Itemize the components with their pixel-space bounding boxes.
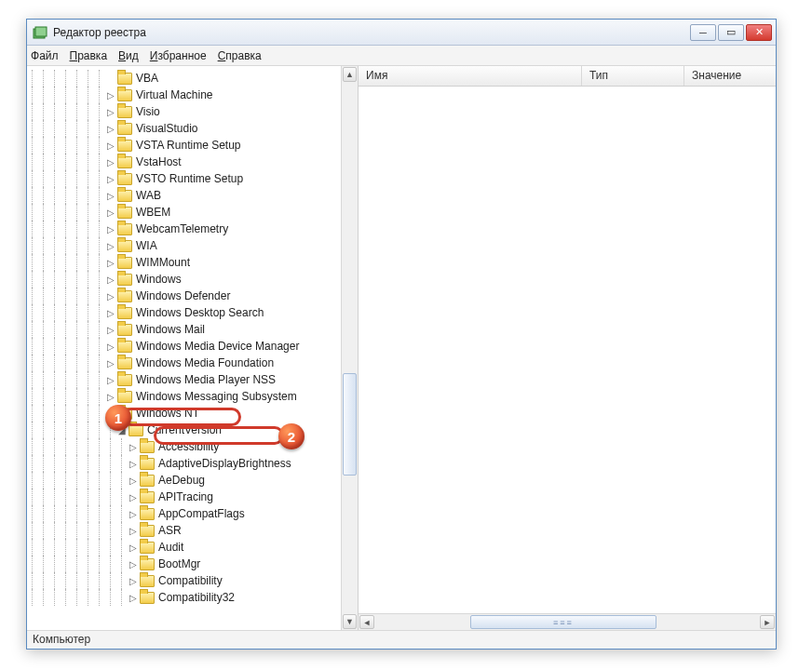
scroll-left-button[interactable]: ◄	[359, 615, 374, 629]
folder-icon	[117, 408, 132, 420]
tree-item-windows-nt[interactable]: ◢Windows NT	[27, 405, 341, 422]
minimize-button[interactable]: ─	[690, 24, 716, 41]
tree-item-label: Audit	[158, 541, 183, 554]
expand-icon[interactable]: ▷	[128, 476, 138, 486]
tree-item[interactable]: ▷VSTO Runtime Setup	[27, 170, 341, 187]
tree-item[interactable]: ▷WebcamTelemetry	[27, 221, 341, 237]
tree-item[interactable]: ▷APITracing	[27, 489, 341, 505]
expand-icon[interactable]: ▷	[105, 358, 115, 368]
expand-icon[interactable]: ▷	[128, 442, 138, 452]
expand-icon[interactable]: ▷	[105, 275, 115, 285]
expand-icon[interactable]: ▷	[105, 224, 115, 234]
tree-item[interactable]: ▷AppCompatFlags	[27, 505, 341, 522]
tree-item[interactable]: ▷Accessibility	[27, 438, 341, 455]
expand-icon[interactable]: ▷	[105, 107, 115, 117]
tree-item-label: Windows Defender	[136, 289, 230, 302]
tree-item[interactable]: ▷Compatibility	[27, 572, 341, 589]
folder-icon	[117, 223, 132, 235]
expand-icon[interactable]: ▷	[128, 492, 138, 502]
tree-item[interactable]: ▷BootMgr	[27, 556, 341, 572]
expand-icon[interactable]: ▷	[128, 526, 138, 536]
expand-icon[interactable]: ▷	[105, 191, 115, 201]
menu-file[interactable]: Файл	[31, 49, 59, 62]
tree-vertical-scrollbar[interactable]: ▲ ▼	[341, 66, 358, 630]
tree-item[interactable]: ▷Windows Desktop Search	[27, 304, 341, 321]
expand-icon[interactable]: ▷	[128, 559, 138, 570]
column-name[interactable]: Имя	[359, 66, 582, 86]
expand-icon[interactable]: ▷	[128, 509, 138, 519]
maximize-button[interactable]: ▭	[718, 24, 744, 41]
values-horizontal-scrollbar[interactable]: ◄ ≡≡≡ ►	[359, 613, 776, 630]
tree-item[interactable]: ▷Windows Messaging Subsystem	[27, 388, 341, 405]
menu-view[interactable]: Вид	[118, 49, 139, 62]
column-type[interactable]: Тип	[582, 66, 684, 86]
menubar: Файл Правка Вид Избранное Справка	[27, 46, 776, 66]
folder-icon	[140, 558, 155, 570]
column-value[interactable]: Значение	[684, 66, 776, 86]
tree-item[interactable]: ▷Windows Media Device Manager	[27, 338, 341, 355]
tree-item[interactable]: ▷WIA	[27, 237, 341, 254]
client-area: VBA▷Virtual Machine▷Visio▷VisualStudio▷V…	[27, 66, 776, 630]
tree-item-currentversion[interactable]: ◢CurrentVersion	[27, 422, 341, 438]
menu-help[interactable]: Справка	[218, 49, 262, 62]
expand-icon[interactable]: ▷	[105, 392, 115, 402]
scroll-thumb[interactable]	[343, 373, 357, 476]
tree-item[interactable]: ▷Windows	[27, 271, 341, 288]
tree-item[interactable]: ▷Visio	[27, 103, 341, 120]
expand-icon[interactable]: ▷	[105, 342, 115, 352]
tree-item[interactable]: ▷Windows Defender	[27, 288, 341, 304]
tree-item[interactable]: ▷WAB	[27, 187, 341, 204]
expand-icon[interactable]: ▷	[105, 258, 115, 268]
expand-icon[interactable]: ▷	[105, 325, 115, 335]
expand-icon[interactable]: ▷	[128, 543, 138, 553]
titlebar[interactable]: Редактор реестра ─ ▭ ✕	[27, 20, 776, 46]
expand-icon[interactable]: ▷	[105, 375, 115, 385]
tree-item[interactable]: ▷Windows Mail	[27, 321, 341, 338]
scroll-right-button[interactable]: ►	[760, 615, 775, 629]
tree-item[interactable]: ▷ASR	[27, 522, 341, 539]
menu-favorites[interactable]: Избранное	[150, 49, 207, 62]
tree-item[interactable]: ▷Windows Media Player NSS	[27, 371, 341, 388]
collapse-icon[interactable]: ◢	[116, 425, 127, 436]
tree-item[interactable]: ▷Virtual Machine	[27, 87, 341, 103]
expand-icon[interactable]: ▷	[105, 308, 115, 318]
folder-icon	[117, 207, 132, 219]
tree-pane[interactable]: VBA▷Virtual Machine▷Visio▷VisualStudio▷V…	[27, 66, 359, 630]
expand-icon[interactable]: ▷	[105, 157, 115, 168]
tree-item[interactable]: ▷VSTA Runtime Setup	[27, 137, 341, 154]
expand-icon[interactable]: ▷	[105, 241, 115, 251]
tree-item-label: AppCompatFlags	[158, 507, 245, 520]
expand-icon[interactable]: ▷	[105, 291, 115, 302]
expand-icon[interactable]: ▷	[128, 576, 138, 586]
tree-item-label: Compatibility	[158, 574, 223, 587]
tree-item[interactable]: ▷Compatibility32	[27, 589, 341, 606]
scroll-down-button[interactable]: ▼	[343, 614, 357, 629]
collapse-icon[interactable]: ◢	[105, 409, 115, 419]
folder-icon	[117, 123, 132, 135]
expand-icon[interactable]: ▷	[105, 141, 115, 151]
tree-item[interactable]: ▷WIMMount	[27, 254, 341, 271]
tree-item[interactable]: ▷VisualStudio	[27, 120, 341, 137]
scroll-thumb[interactable]: ≡≡≡	[470, 615, 656, 629]
tree-item[interactable]: ▷WBEM	[27, 204, 341, 221]
tree-item[interactable]: ▷Audit	[27, 539, 341, 556]
close-button[interactable]: ✕	[746, 24, 772, 41]
expand-icon[interactable]: ▷	[128, 593, 138, 603]
expand-icon[interactable]: ▷	[105, 124, 115, 134]
menu-edit[interactable]: Правка	[70, 49, 108, 62]
expand-icon[interactable]: ▷	[105, 90, 115, 100]
tree-item[interactable]: ▷VstaHost	[27, 154, 341, 170]
folder-icon	[117, 240, 132, 252]
tree-item-label: VBA	[136, 72, 158, 85]
tree-item-label: AdaptiveDisplayBrightness	[158, 457, 291, 470]
expand-icon[interactable]: ▷	[105, 174, 115, 184]
tree-item[interactable]: VBA	[27, 70, 341, 87]
folder-icon	[117, 290, 132, 302]
expand-icon[interactable]: ▷	[128, 459, 138, 469]
values-list[interactable]	[359, 87, 776, 613]
tree-item[interactable]: ▷AdaptiveDisplayBrightness	[27, 455, 341, 472]
tree-item[interactable]: ▷AeDebug	[27, 472, 341, 489]
tree-item[interactable]: ▷Windows Media Foundation	[27, 355, 341, 371]
scroll-up-button[interactable]: ▲	[343, 67, 357, 82]
expand-icon[interactable]: ▷	[105, 208, 115, 218]
